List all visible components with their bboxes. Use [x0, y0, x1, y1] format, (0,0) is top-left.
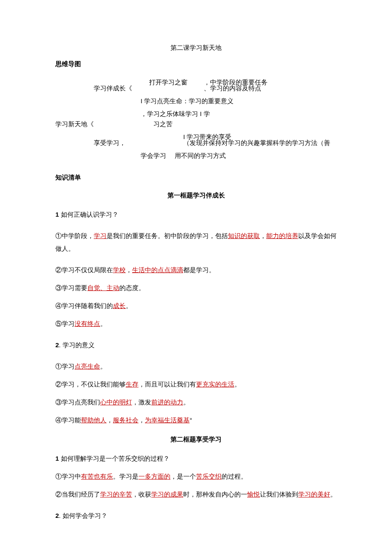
f1-a2-3: ③学习点亮我们心中的明灯，激发前进的动力。 — [55, 396, 337, 409]
f1-a2-2: ②学习，不仅让我们能够生存，而且可以让我们有更充实的生活。 — [55, 378, 337, 391]
f1-a1-5: ⑤学习没有终点。 — [55, 317, 337, 330]
knowledge-label: 知识清单 — [55, 172, 337, 183]
doc-title: 第二课学习新天地 — [55, 43, 337, 53]
f2-a1-2: ②当我们经历了学习的辛苦，收获学习的成果时，那种发自内心的一愉悦让我们体验到学习… — [55, 488, 337, 501]
mindmap-label: 思维导图 — [55, 59, 337, 69]
mm-b3-r2: （发现并保持对学习的兴趣掌握科学的学习方法（善 — [183, 137, 330, 149]
mm-b2-l2: 习之苦 — [153, 118, 173, 131]
f1-a1-3: ③学习需要自觉、主动的态度。 — [55, 282, 337, 294]
f1-a1-4: ④学习伴随着我们的成长。 — [55, 299, 337, 312]
mm-b1-r2: 、学习的内容及特点 — [204, 82, 261, 95]
mm-b3-label: 享受学习， — [94, 137, 141, 149]
mm-b2-l1: ，学习之乐体味学习 I 学 — [141, 108, 210, 120]
mm-b3-sub-label: 学会学习 — [141, 149, 170, 162]
f2-q1: 1 如何理解学习是一个苦乐交织的过程？ — [55, 452, 337, 465]
frame1-body: 1 如何正确认识学习？ ①中学阶段，学习是我们的重要任务。初中阶段的学习，包括知… — [55, 208, 337, 427]
frame1-title: 第一框题学习伴成长 — [55, 190, 337, 200]
f1-a1-2: ②学习不仅仅局限在学校，生活中的点点滴滴都是学习。 — [55, 264, 337, 276]
f1-q2: 2. 学习的意义 — [55, 339, 337, 352]
f2-a1-1: ①学习中有苦也有乐。学习是一多方面的，是一个苦乐交织的过程。 — [55, 470, 337, 483]
frame2-title: 第二框题享受学习 — [55, 434, 337, 445]
f1-a1-1: ①中学阶段，学习是我们的重要任务。初中阶段的学习，包括知识的获取，能力的培养以及… — [55, 230, 337, 255]
mm-b3-sub-text: 用不同的学习方式 — [175, 149, 226, 162]
frame2-body: 1 如何理解学习是一个苦乐交织的过程？ ①学习中有苦也有乐。学习是一多方面的，是… — [55, 452, 337, 522]
mindmap-container: 打开学习之窗 ，中学阶段的重要任务 学习伴成长《 、学习的内容及特点 I 学习点… — [55, 76, 337, 162]
mm-b1-sub1: 打开学习之窗 — [141, 76, 196, 89]
f1-q1: 1 如何正确认识学习？ — [55, 208, 337, 221]
f1-a2-1: ①学习点亮生命。 — [55, 360, 337, 373]
f2-q2: 2. 如何学会学习？ — [55, 509, 337, 522]
mm-root: 学习新天地《 — [55, 118, 98, 131]
mm-b1-sub2: I 学习点亮生命：学习的重要意义 — [141, 95, 233, 108]
mm-b1-label: 学习伴成长《 — [94, 82, 141, 95]
f1-a2-4: ④学习能帮助他人，服务社会，为幸福生活奠基° — [55, 414, 337, 427]
